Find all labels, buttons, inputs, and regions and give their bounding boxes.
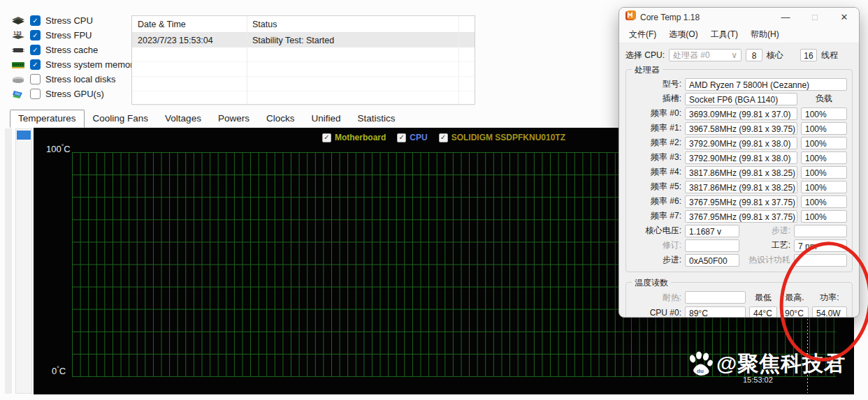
load-field: 100%	[801, 151, 847, 164]
log-header-datetime[interactable]: Date & Time	[132, 20, 247, 29]
log-cell-status: Stability Test: Started	[247, 36, 475, 45]
minimize-button[interactable]: —	[771, 8, 800, 27]
cpu0-min-field: 44°C	[749, 306, 777, 318]
log-scrollbar-track[interactable]	[458, 16, 459, 104]
tjmax-field	[685, 291, 746, 304]
socket-row: 插槽: Socket FP6 (BGA 1140) 负载	[631, 91, 847, 106]
event-log-table[interactable]: Date & Time Status 2023/7/23 15:53:04 St…	[131, 15, 475, 105]
coretemp-titlebar[interactable]: Core Temp 1.18 — □ ✕	[619, 8, 859, 27]
process-label: 工艺:	[743, 239, 790, 251]
menu-tools[interactable]: 工具(T)	[705, 27, 744, 42]
svg-text:du: du	[697, 368, 704, 374]
stepping-right-label: 步进:	[743, 225, 790, 237]
model-row: 型号: AMD Ryzen 7 5800H (Cezanne)	[631, 77, 847, 91]
stress-option-memory[interactable]: Stress system memory	[11, 59, 138, 70]
freq-field: 3817.86MHz (99.81 x 38.25)	[685, 166, 797, 179]
stress-option-label: Stress FPU	[45, 30, 92, 40]
coretemp-body: 选择 CPU: 处理器 #0 ∨ 8 核心 16 线程 处理器 型号: AMD …	[619, 43, 859, 318]
load-field: 100%	[801, 137, 847, 149]
coretemp-app-icon	[625, 10, 636, 24]
vid-field: 1.1687 v	[685, 225, 739, 237]
stress-disks-checkbox[interactable]	[30, 74, 41, 84]
freq-label: 频率 #1:	[631, 122, 681, 134]
vid-row: 核心电压: 1.1687 v 步进:	[631, 223, 847, 238]
freq-field: 3767.95MHz (99.81 x 37.75)	[685, 210, 797, 223]
tab-statistics[interactable]: Statistics	[349, 110, 403, 128]
coretemp-window: Core Temp 1.18 — □ ✕ 文件(F) 选项(O) 工具(T) 帮…	[619, 7, 860, 318]
stress-option-label: Stress system memory	[45, 59, 138, 70]
stress-gpu-checkbox[interactable]	[30, 89, 41, 99]
maximize-button[interactable]: □	[800, 8, 830, 27]
freq-row-7: 频率 #7: 3767.95MHz (99.81 x 37.75) 100%	[631, 209, 847, 223]
power-column-header: 功率:	[812, 292, 847, 304]
legend-ssd-checkbox[interactable]	[439, 133, 448, 142]
stress-option-disks[interactable]: Stress local disks	[11, 74, 138, 84]
menu-file[interactable]: 文件(F)	[623, 27, 662, 42]
cores-label: 核心	[767, 50, 783, 61]
freq-field: 3817.86MHz (99.81 x 38.25)	[685, 181, 797, 193]
legend-cpu-checkbox[interactable]	[397, 133, 406, 142]
legend-item-motherboard[interactable]: Motherboard	[322, 133, 386, 142]
model-label: 型号:	[631, 78, 681, 90]
stress-cpu-checkbox[interactable]	[30, 15, 41, 26]
freq-row-1: 频率 #1: 3967.58MHz (99.81 x 39.75) 100%	[631, 121, 847, 135]
socket-field: Socket FP6 (BGA 1140)	[685, 93, 797, 105]
stress-option-label: Stress local disks	[45, 74, 115, 84]
freq-label: 频率 #7:	[631, 210, 681, 222]
cpu0-temp-row: CPU #0: 89°C 44°C 90°C 54.0W	[631, 305, 847, 318]
log-empty-row	[132, 91, 475, 106]
log-header-status[interactable]: Status	[247, 20, 475, 29]
legend-item-cpu[interactable]: CPU	[397, 133, 427, 142]
stress-option-label: Stress CPU	[45, 15, 93, 26]
close-button[interactable]: ✕	[830, 8, 859, 27]
stress-option-cache[interactable]: Stress cache	[11, 45, 138, 55]
fpu-icon: 123	[11, 30, 25, 40]
tab-temperatures[interactable]: Temperatures	[10, 110, 85, 128]
tab-cooling-fans[interactable]: Cooling Fans	[85, 110, 157, 128]
legend-item-ssd[interactable]: SOLIDIGM SSDPFKNU010TZ	[439, 133, 565, 142]
menu-options[interactable]: 选项(O)	[663, 27, 703, 42]
freq-label: 频率 #3:	[631, 151, 681, 163]
menu-help[interactable]: 帮助(H)	[745, 27, 785, 42]
load-field: 100%	[801, 210, 847, 223]
stress-option-fpu[interactable]: 123 Stress FPU	[11, 30, 138, 40]
scrollbar-thumb[interactable]	[17, 131, 31, 140]
freq-field: 3967.58MHz (99.81 x 39.75)	[685, 122, 797, 135]
log-column-divider	[247, 16, 247, 104]
legend-label: SOLIDIGM SSDPFKNU010TZ	[451, 133, 565, 142]
legend-label: Motherboard	[335, 133, 386, 142]
watermark: du @聚焦科技君	[687, 350, 846, 378]
tab-unified[interactable]: Unified	[303, 110, 349, 128]
tdp-field	[794, 254, 847, 267]
stress-option-gpu[interactable]: Stress GPU(s)	[11, 89, 138, 99]
tab-voltages[interactable]: Voltages	[157, 110, 210, 128]
coretemp-window-title: Core Temp 1.18	[640, 13, 771, 22]
stress-fpu-checkbox[interactable]	[30, 30, 41, 40]
tab-clocks[interactable]: Clocks	[258, 110, 303, 128]
stress-cache-checkbox[interactable]	[30, 45, 41, 55]
log-empty-row	[132, 47, 475, 62]
tab-powers[interactable]: Powers	[210, 110, 258, 128]
stress-memory-checkbox[interactable]	[30, 59, 41, 70]
freq-label: 频率 #4:	[631, 166, 681, 178]
tjmax-label: 耐热:	[631, 292, 681, 304]
log-cell-datetime: 2023/7/23 15:53:04	[132, 36, 247, 45]
screen: Stress CPU 123 Stress FPU Stress cache S…	[0, 0, 868, 400]
stress-option-label: Stress GPU(s)	[45, 89, 104, 99]
revision-label: 修订:	[631, 239, 681, 251]
cpu-select-label: 选择 CPU:	[625, 50, 665, 61]
y-axis-min-label: 0°C	[52, 365, 66, 376]
log-row[interactable]: 2023/7/23 15:53:04 Stability Test: Start…	[132, 33, 475, 47]
load-field: 100%	[801, 181, 847, 193]
legend-motherboard-checkbox[interactable]	[322, 133, 331, 142]
svg-text:123: 123	[13, 31, 22, 36]
stress-option-cpu[interactable]: Stress CPU	[11, 15, 138, 26]
freq-row-0: 频率 #0: 3693.09MHz (99.81 x 37.0) 100%	[631, 106, 847, 121]
graph-vertical-scrollbar[interactable]	[15, 128, 32, 394]
cpu-select-dropdown[interactable]: 处理器 #0 ∨	[669, 49, 742, 61]
graph-timestamp: 15:53:02	[743, 376, 773, 384]
temp-header-row: 耐热: 最低 最高. 功率:	[631, 290, 847, 305]
coretemp-menubar: 文件(F) 选项(O) 工具(T) 帮助(H)	[619, 27, 859, 43]
freq-field: 3767.95MHz (99.81 x 37.75)	[685, 195, 797, 208]
cpu0-power-field: 54.0W	[812, 306, 847, 318]
